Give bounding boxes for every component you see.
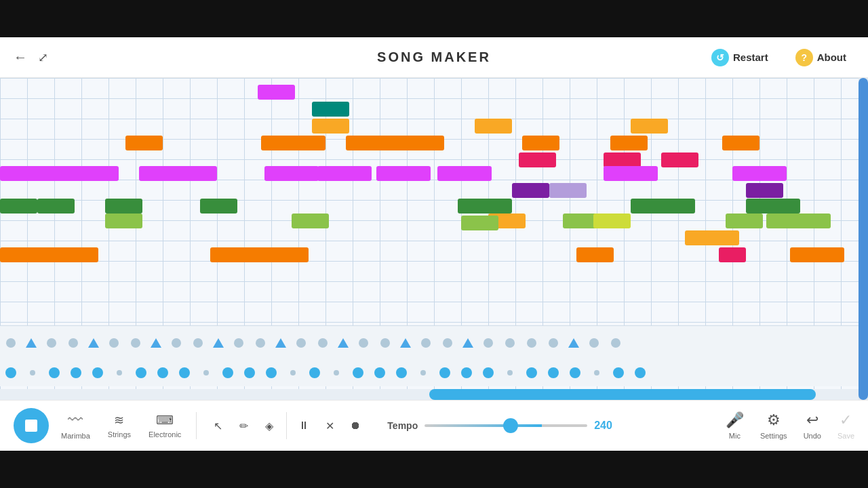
rhythm-dot[interactable] (193, 338, 203, 348)
note-block[interactable] (458, 199, 512, 214)
rhythm-dot[interactable] (443, 338, 452, 348)
rhythm-triangle[interactable] (213, 338, 224, 348)
note-block[interactable] (604, 152, 641, 167)
rhythm-dot[interactable] (589, 338, 599, 348)
record-tool[interactable]: ⏺ (344, 414, 367, 437)
rhythm-triangle[interactable] (338, 338, 349, 348)
horizontal-scrollbar[interactable] (0, 389, 859, 400)
note-block[interactable] (519, 152, 556, 167)
rhythm-dot[interactable] (68, 338, 78, 348)
note-block[interactable] (258, 85, 295, 100)
circle-filled (396, 367, 407, 378)
rhythm-dot[interactable] (234, 338, 243, 348)
rhythm-dot[interactable] (549, 338, 558, 348)
rhythm-triangle[interactable] (275, 338, 286, 348)
note-block[interactable] (593, 214, 631, 228)
note-block[interactable] (610, 136, 648, 150)
note-block[interactable] (475, 119, 512, 134)
note-block[interactable] (461, 216, 498, 230)
rhythm-triangle[interactable] (400, 338, 411, 348)
rhythm-triangle[interactable] (26, 338, 37, 348)
cursor-tool[interactable]: ↖ (206, 414, 229, 437)
note-block[interactable] (661, 152, 698, 167)
rhythm-dot[interactable] (421, 338, 431, 348)
rhythm-triangle[interactable] (88, 338, 99, 348)
instrument-strings[interactable]: ≋ Strings (102, 410, 136, 441)
note-block[interactable] (376, 166, 431, 181)
note-block[interactable] (346, 136, 410, 150)
settings-button[interactable]: ⚙ Settings (760, 411, 787, 440)
rhythm-triangle[interactable] (568, 338, 579, 348)
settings-label: Settings (760, 432, 787, 440)
about-button[interactable]: ? About (787, 45, 854, 70)
rhythm-dot[interactable] (131, 338, 140, 348)
eraser-tool[interactable]: ◈ (258, 414, 281, 437)
note-block[interactable] (549, 183, 587, 198)
rhythm-dot[interactable] (380, 338, 390, 348)
close-tool[interactable]: ✕ (318, 414, 341, 437)
back-button[interactable]: ← (14, 49, 27, 65)
note-block[interactable] (685, 230, 739, 245)
rhythm-dot[interactable] (172, 338, 181, 348)
note-block[interactable] (631, 119, 668, 134)
note-block[interactable] (732, 166, 787, 181)
note-block[interactable] (0, 199, 37, 214)
note-block[interactable] (264, 166, 319, 181)
undo-button[interactable]: ↩ Undo (804, 411, 821, 440)
note-block[interactable] (125, 136, 163, 150)
note-block[interactable] (0, 166, 119, 181)
restart-button[interactable]: ↺ Restart (703, 45, 776, 70)
note-block[interactable] (746, 199, 800, 214)
rhythm-dot[interactable] (611, 338, 620, 348)
rhythm-dot[interactable] (484, 338, 493, 348)
mic-button[interactable]: 🎤 Mic (726, 411, 744, 440)
note-block[interactable] (312, 119, 349, 134)
note-block[interactable] (719, 247, 746, 262)
tempo-slider[interactable] (425, 424, 587, 427)
vertical-scrollbar[interactable] (859, 78, 868, 400)
rhythm-row (0, 325, 859, 359)
note-block[interactable] (766, 214, 831, 228)
note-block[interactable] (200, 199, 237, 214)
note-block[interactable] (512, 183, 549, 198)
note-block[interactable] (407, 136, 444, 150)
note-block[interactable] (522, 136, 559, 150)
rhythm-dot[interactable] (47, 338, 56, 348)
rhythm-dot[interactable] (527, 338, 536, 348)
rhythm-triangle[interactable] (151, 338, 161, 348)
note-block[interactable] (261, 136, 326, 150)
note-block[interactable] (317, 166, 372, 181)
note-block[interactable] (576, 247, 614, 262)
note-block[interactable] (105, 214, 142, 228)
note-block[interactable] (312, 102, 349, 117)
rhythm-dot[interactable] (318, 338, 328, 348)
mic-icon: 🎤 (726, 411, 744, 429)
instrument-electronic[interactable]: ⌨ Electronic (143, 410, 186, 441)
rhythm-dot[interactable] (296, 338, 306, 348)
save-button[interactable]: ✓ Save (837, 411, 854, 440)
move-button[interactable]: ⤢ (38, 50, 48, 65)
note-block[interactable] (292, 214, 329, 228)
note-block[interactable] (139, 166, 217, 181)
pencil-tool[interactable]: ✏ (232, 414, 255, 437)
note-block[interactable] (37, 199, 75, 214)
pause-tool[interactable]: ⏸ (292, 414, 315, 437)
note-block[interactable] (0, 247, 98, 262)
note-block[interactable] (722, 136, 760, 150)
note-block[interactable] (210, 247, 309, 262)
rhythm-dot[interactable] (505, 338, 515, 348)
rhythm-dot[interactable] (359, 338, 368, 348)
note-block[interactable] (631, 199, 695, 214)
note-block[interactable] (604, 166, 658, 181)
note-block[interactable] (437, 166, 492, 181)
note-block[interactable] (790, 247, 844, 262)
stop-button[interactable] (14, 408, 49, 443)
rhythm-dot[interactable] (109, 338, 119, 348)
note-block[interactable] (105, 199, 142, 214)
note-block[interactable] (726, 214, 763, 228)
note-block[interactable] (746, 183, 783, 198)
rhythm-dot[interactable] (6, 338, 16, 348)
rhythm-triangle[interactable] (462, 338, 473, 348)
instrument-marimba[interactable]: 〰 Marimba (56, 409, 96, 443)
rhythm-dot[interactable] (256, 338, 265, 348)
